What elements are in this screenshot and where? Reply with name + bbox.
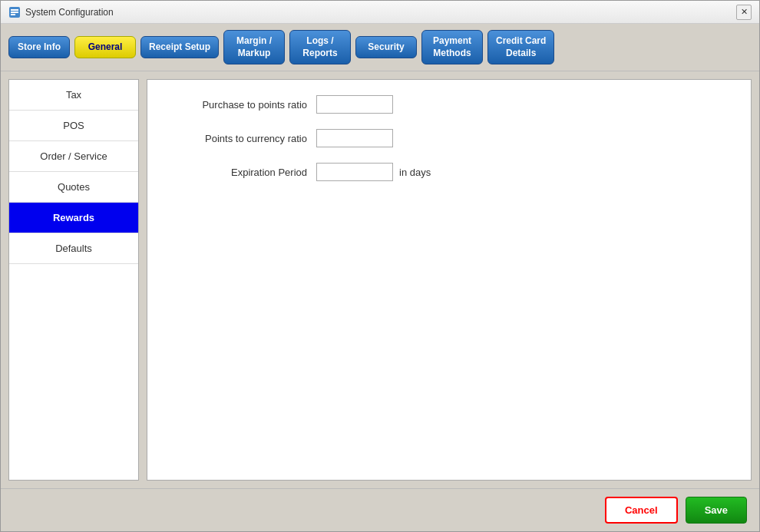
expiration-period-label: Expiration Period	[163, 167, 316, 178]
purchase-to-points-row: Purchase to points ratio	[163, 95, 735, 114]
tab-credit-card-details[interactable]: Credit Card Details	[487, 30, 554, 64]
tab-logs-reports[interactable]: Logs / Reports	[289, 30, 351, 64]
tab-security[interactable]: Security	[355, 36, 417, 59]
app-icon	[8, 6, 21, 18]
sidebar-item-quotes[interactable]: Quotes	[9, 172, 138, 203]
sidebar-item-order-service[interactable]: Order / Service	[9, 141, 138, 172]
sidebar-item-pos[interactable]: POS	[9, 111, 138, 141]
save-button[interactable]: Save	[686, 497, 747, 524]
sidebar-item-rewards[interactable]: Rewards	[9, 203, 138, 233]
points-to-currency-label: Points to currency ratio	[163, 133, 316, 144]
svg-rect-3	[11, 14, 15, 15]
footer: Cancel Save	[1, 488, 759, 531]
title-bar-left: System Configuration	[8, 6, 114, 18]
purchase-to-points-label: Purchase to points ratio	[163, 99, 316, 111]
expiration-period-suffix: in days	[399, 167, 431, 178]
tab-store-info[interactable]: Store Info	[8, 36, 70, 59]
points-to-currency-input[interactable]	[316, 129, 393, 147]
tab-receipt-setup[interactable]: Receipt Setup	[140, 36, 219, 59]
close-button[interactable]: ✕	[736, 5, 752, 20]
tab-margin-markup[interactable]: Margin / Markup	[223, 30, 285, 64]
tab-general[interactable]: General	[74, 36, 136, 59]
sidebar-item-defaults[interactable]: Defaults	[9, 233, 138, 264]
svg-rect-2	[11, 12, 18, 13]
svg-rect-1	[11, 9, 18, 11]
main-window: System Configuration ✕ Store Info Genera…	[0, 0, 760, 532]
points-to-currency-row: Points to currency ratio	[163, 129, 735, 147]
window-title: System Configuration	[25, 7, 114, 18]
content-area: Purchase to points ratio Points to curre…	[147, 79, 752, 481]
sidebar: Tax POS Order / Service Quotes Rewards D…	[8, 79, 139, 481]
expiration-period-row: Expiration Period in days	[163, 163, 735, 181]
main-content: Tax POS Order / Service Quotes Rewards D…	[1, 71, 759, 488]
expiration-period-input[interactable]	[316, 163, 393, 181]
title-bar: System Configuration ✕	[1, 1, 759, 24]
cancel-button[interactable]: Cancel	[605, 497, 678, 524]
tab-payment-methods[interactable]: Payment Methods	[421, 30, 483, 64]
purchase-to-points-input[interactable]	[316, 95, 393, 114]
toolbar: Store Info General Receipt Setup Margin …	[1, 24, 759, 71]
sidebar-item-tax[interactable]: Tax	[9, 80, 138, 111]
